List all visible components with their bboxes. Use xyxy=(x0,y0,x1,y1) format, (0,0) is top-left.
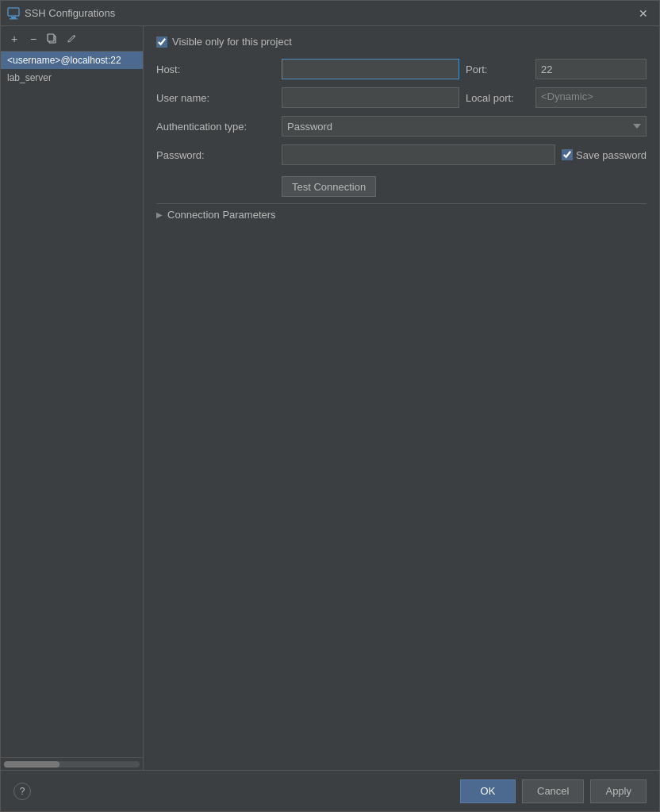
save-password-container: Save password xyxy=(562,149,647,161)
auth-type-label: Authentication type: xyxy=(156,121,275,133)
scrollbar-track xyxy=(4,761,140,768)
password-label: Password: xyxy=(156,149,275,161)
pc-icon xyxy=(7,7,20,20)
username-label: User name: xyxy=(156,92,275,104)
svg-rect-2 xyxy=(10,18,17,20)
connection-params-label: Connection Parameters xyxy=(167,209,276,221)
spacer xyxy=(156,225,647,760)
username-input[interactable] xyxy=(282,87,459,108)
edit-config-button[interactable] xyxy=(63,30,80,48)
visible-only-checkbox[interactable] xyxy=(156,37,167,48)
bottom-bar: ? OK Cancel Apply xyxy=(1,770,659,811)
form-grid: Host: Port: User name: Local port: <Dyna… xyxy=(156,59,647,165)
add-config-button[interactable]: + xyxy=(6,30,23,48)
svg-rect-1 xyxy=(11,17,16,18)
auth-type-select[interactable]: Password Key pair OpenSSH config and aut… xyxy=(282,116,647,137)
connection-params-section[interactable]: ▶ Connection Parameters xyxy=(156,203,647,225)
host-input[interactable] xyxy=(282,59,459,79)
sidebar-toolbar: + − xyxy=(1,26,143,52)
host-label: Host: xyxy=(156,63,275,75)
sidebar-scrollbar[interactable] xyxy=(1,757,143,770)
window-title: SSH Configurations xyxy=(25,7,634,19)
ok-button[interactable]: OK xyxy=(460,779,516,803)
password-input[interactable] xyxy=(282,144,555,165)
auth-type-select-wrapper: Password Key pair OpenSSH config and aut… xyxy=(282,116,647,137)
save-password-label[interactable]: Save password xyxy=(576,149,647,161)
sidebar-item-1[interactable]: lab_server xyxy=(1,69,143,87)
sidebar-item-0[interactable]: <username>@localhost:22 xyxy=(1,52,143,69)
test-connection-button[interactable]: Test Connection xyxy=(282,176,376,197)
close-button[interactable]: ✕ xyxy=(634,4,653,23)
port-input[interactable] xyxy=(535,59,647,79)
apply-button[interactable]: Apply xyxy=(590,779,647,803)
visible-only-label[interactable]: Visible only for this project xyxy=(172,36,292,48)
test-btn-row: Test Connection xyxy=(156,176,647,197)
save-password-checkbox[interactable] xyxy=(562,149,573,160)
ssh-configurations-window: SSH Configurations ✕ + − xyxy=(0,0,660,812)
sidebar-item-list: <username>@localhost:22 lab_server xyxy=(1,52,143,757)
main-content: + − <username> xyxy=(1,26,659,770)
cancel-button[interactable]: Cancel xyxy=(522,779,584,803)
visible-only-row: Visible only for this project xyxy=(156,36,647,48)
main-panel: Visible only for this project Host: Port… xyxy=(144,26,659,770)
svg-rect-0 xyxy=(8,8,19,16)
sidebar: + − <username> xyxy=(1,26,144,770)
scrollbar-thumb xyxy=(4,761,59,768)
local-port-label: Local port: xyxy=(466,92,529,104)
copy-config-button[interactable] xyxy=(44,30,61,48)
svg-rect-4 xyxy=(48,34,54,41)
chevron-right-icon: ▶ xyxy=(156,210,163,219)
help-button[interactable]: ? xyxy=(13,783,31,800)
port-label: Port: xyxy=(466,63,529,75)
password-row: Save password xyxy=(282,144,647,165)
title-bar: SSH Configurations ✕ xyxy=(1,1,659,26)
bottom-bar-left: ? xyxy=(13,783,454,800)
local-port-value: <Dynamic> xyxy=(535,87,647,108)
remove-config-button[interactable]: − xyxy=(25,30,42,48)
